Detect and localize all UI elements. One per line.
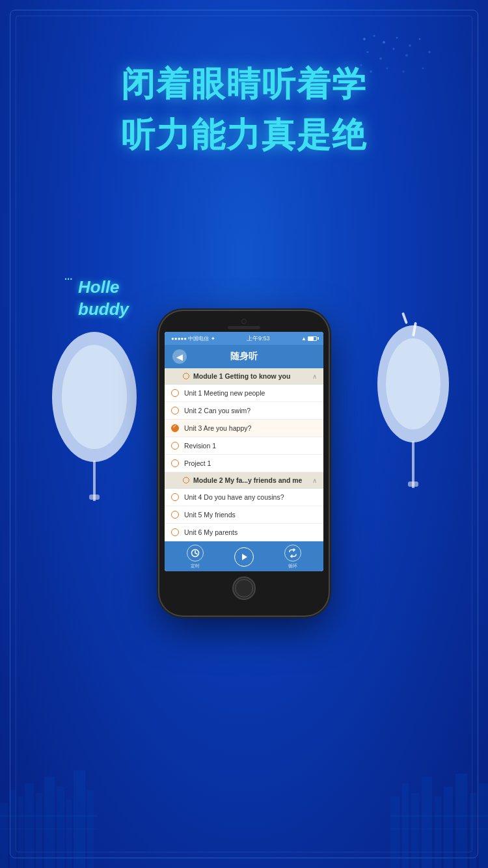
revision1-icon	[171, 442, 179, 450]
list-item-unit6[interactable]: Unit 6 My parents	[165, 524, 323, 541]
unit3-label: Unit 3 Are you happy?	[184, 424, 251, 432]
list-item-revision1[interactable]: Revision 1	[165, 437, 323, 455]
holle-buddy-text: Holle buddy	[78, 277, 129, 321]
phone: ●●●●● 中国电信 ✦ 上午9:53 ▲ ◀ 随身听	[159, 311, 329, 616]
svg-rect-37	[402, 783, 409, 868]
home-button[interactable]	[232, 576, 256, 600]
battery-icon	[308, 336, 317, 341]
timer-label: 定时	[191, 563, 200, 569]
wifi-icon: ▲	[301, 336, 306, 342]
list-item-unit3[interactable]: Unit 3 Are you happy?	[165, 420, 323, 437]
tick-marks-decoration	[387, 309, 426, 364]
content-list: Module 1 Getting to know you ∧ Unit 1 Me…	[165, 368, 323, 541]
repeat-button[interactable]: 循环	[284, 545, 301, 569]
player-bar: 定时	[165, 541, 323, 571]
unit1-label: Unit 1 Meeting new people	[184, 389, 265, 397]
status-carrier: ●●●●● 中国电信 ✦	[171, 335, 215, 342]
timer-button[interactable]: 定时	[187, 545, 204, 569]
svg-point-1	[373, 35, 375, 37]
list-item-unit1[interactable]: Unit 1 Meeting new people	[165, 385, 323, 402]
svg-rect-28	[18, 796, 23, 868]
phone-camera	[241, 319, 247, 324]
list-item-project1[interactable]: Project 1	[165, 455, 323, 472]
svg-marker-52	[242, 554, 247, 560]
project1-icon	[171, 459, 179, 467]
svg-rect-31	[44, 777, 55, 868]
section-header-module1[interactable]: Module 1 Getting to know you ∧	[165, 368, 323, 385]
unit4-icon	[171, 493, 179, 501]
section2-icon	[183, 477, 189, 483]
unit3-icon	[171, 424, 179, 432]
unit2-icon	[171, 407, 179, 414]
phone-speaker	[228, 326, 260, 329]
svg-point-3	[396, 37, 398, 39]
holle-dots: ···	[64, 270, 72, 287]
section1-icon	[183, 373, 189, 379]
repeat-label: 循环	[288, 563, 297, 569]
app-nav-bar: ◀ 随身听	[165, 345, 323, 368]
unit5-icon	[171, 511, 179, 519]
app-status-bar: ●●●●● 中国电信 ✦ 上午9:53 ▲	[165, 332, 323, 345]
svg-rect-29	[25, 783, 34, 868]
svg-point-6	[379, 57, 382, 60]
svg-rect-43	[470, 793, 476, 868]
svg-rect-40	[435, 796, 441, 868]
section2-label: Module 2 My fa...y friends and me	[193, 476, 302, 484]
svg-point-5	[367, 51, 369, 53]
svg-point-8	[405, 54, 408, 57]
svg-point-7	[393, 48, 395, 50]
svg-line-51	[195, 553, 197, 554]
phone-screen: ●●●●● 中国电信 ✦ 上午9:53 ▲ ◀ 随身听	[165, 332, 323, 571]
city-skyline	[0, 751, 488, 868]
headline-line2: 听力能力真是绝	[0, 113, 488, 158]
unit5-label: Unit 5 My friends	[184, 511, 236, 519]
section1-chevron-icon: ∧	[312, 373, 317, 380]
status-time: 上午9:53	[247, 334, 270, 343]
phone-outer: ●●●●● 中国电信 ✦ 上午9:53 ▲ ◀ 随身听	[159, 311, 329, 616]
svg-rect-38	[411, 793, 419, 868]
play-button[interactable]	[234, 547, 254, 567]
svg-point-0	[363, 38, 366, 40]
headphone-left	[42, 319, 140, 481]
svg-rect-33	[66, 800, 72, 868]
status-icons: ▲	[301, 336, 317, 342]
list-item-unit5[interactable]: Unit 5 My friends	[165, 506, 323, 524]
unit4-label: Unit 4 Do you have any cousins?	[184, 493, 284, 501]
svg-point-10	[428, 51, 431, 53]
svg-rect-21	[89, 495, 100, 500]
timer-icon	[187, 545, 204, 562]
section-header-module2[interactable]: Module 2 My fa...y friends and me ∧	[165, 472, 323, 489]
list-item-unit4[interactable]: Unit 4 Do you have any cousins?	[165, 489, 323, 506]
svg-rect-42	[455, 774, 467, 868]
svg-rect-30	[36, 793, 42, 868]
revision1-label: Revision 1	[184, 442, 216, 450]
svg-rect-17	[412, 322, 417, 336]
svg-rect-25	[408, 481, 418, 487]
nav-title: 随身听	[187, 351, 301, 362]
headline-line1: 闭着眼睛听着学	[0, 62, 488, 107]
svg-rect-16	[401, 312, 408, 324]
svg-point-19	[62, 345, 127, 449]
section2-chevron-icon: ∧	[312, 477, 317, 484]
svg-point-4	[409, 44, 411, 47]
back-button[interactable]: ◀	[172, 349, 187, 364]
svg-rect-41	[444, 787, 453, 868]
svg-rect-26	[0, 803, 8, 868]
unit6-icon	[171, 528, 179, 536]
section1-label: Module 1 Getting to know you	[193, 372, 290, 380]
svg-rect-44	[479, 783, 488, 868]
svg-point-2	[383, 41, 385, 44]
svg-rect-39	[422, 777, 432, 868]
play-icon	[234, 547, 254, 567]
home-button-inner	[235, 579, 253, 597]
list-item-unit2[interactable]: Unit 2 Can you swim?	[165, 402, 323, 420]
svg-rect-34	[74, 770, 85, 868]
project1-label: Project 1	[184, 459, 211, 467]
unit1-icon	[171, 389, 179, 397]
back-arrow-icon: ◀	[176, 352, 183, 362]
repeat-icon	[284, 545, 301, 562]
unit6-label: Unit 6 My parents	[184, 528, 237, 536]
svg-rect-32	[57, 787, 64, 868]
svg-point-9	[419, 38, 421, 40]
headline: 闭着眼睛听着学 听力能力真是绝	[0, 62, 488, 158]
